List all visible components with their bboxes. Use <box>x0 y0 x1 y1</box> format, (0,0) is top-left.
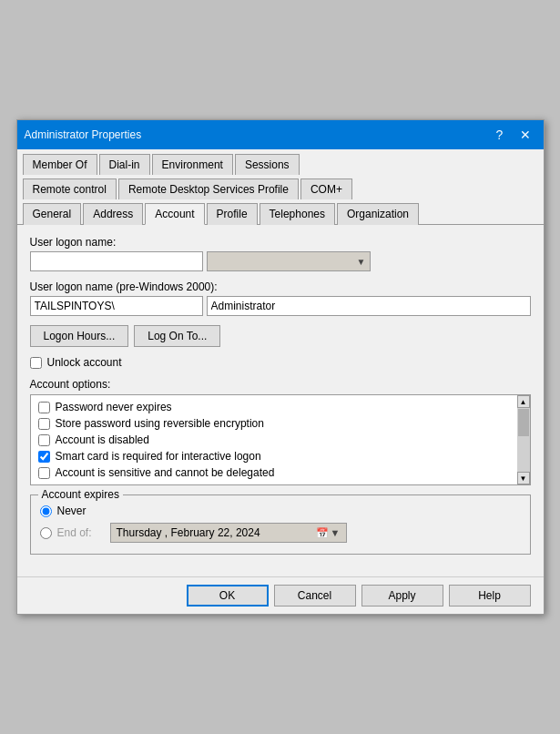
apply-button[interactable]: Apply <box>361 585 443 607</box>
tab-profile[interactable]: Profile <box>207 203 258 225</box>
logon-hours-button[interactable]: Logon Hours... <box>30 325 129 347</box>
option-row: Password never expires <box>35 399 512 415</box>
ok-button[interactable]: OK <box>187 585 269 607</box>
never-radio-row: Never <box>40 505 521 517</box>
tab-telephones[interactable]: Telephones <box>260 203 335 225</box>
tab-sessions[interactable]: Sessions <box>235 154 300 175</box>
account-tab-content: User logon name: ▼ User logon name (pre-… <box>17 225 544 576</box>
account-expires-group: Account expires Never End of: Thursday ,… <box>30 494 531 555</box>
opt-sensitive-label: Account is sensitive and cannot be deleg… <box>56 466 275 479</box>
title-bar-controls: ? ✕ <box>489 126 536 144</box>
opt-password-never-expires[interactable] <box>38 402 50 413</box>
tab-address[interactable]: Address <box>83 203 143 225</box>
pre-windows-input-row <box>30 296 531 316</box>
tab-remote-control[interactable]: Remote control <box>23 178 117 199</box>
pre-windows-group: User logon name (pre-Windows 2000): <box>30 280 531 316</box>
tab-rdsp[interactable]: Remote Desktop Services Profile <box>118 178 299 199</box>
tab-general[interactable]: General <box>23 203 82 225</box>
tab-row-2: Remote control Remote Desktop Services P… <box>17 174 544 199</box>
option-row: Account is sensitive and cannot be deleg… <box>35 464 512 481</box>
opt-smart-card-label: Smart card is required for interactive l… <box>56 450 261 463</box>
tab-member-of[interactable]: Member Of <box>23 154 97 175</box>
scroll-up-btn[interactable]: ▲ <box>517 395 530 408</box>
tab-row-3: General Address Account Profile Telephon… <box>17 199 544 225</box>
date-value: Thursday , February 22, 2024 <box>117 526 260 539</box>
tab-com-plus[interactable]: COM+ <box>300 178 352 199</box>
close-title-button[interactable]: ✕ <box>514 126 536 144</box>
tab-account[interactable]: Account <box>145 203 204 225</box>
dialog-title: Administrator Properties <box>25 128 142 141</box>
options-list: Password never expires Store password us… <box>31 395 530 484</box>
account-options-box: Password never expires Store password us… <box>30 394 531 485</box>
unlock-account-label: Unlock account <box>47 356 122 369</box>
scroll-track <box>517 408 530 472</box>
logon-name-domain-dropdown[interactable]: ▼ <box>207 251 371 271</box>
end-of-label: End of: <box>57 526 105 539</box>
unlock-account-checkbox[interactable] <box>30 357 42 369</box>
pre-windows-domain-input[interactable] <box>30 296 203 316</box>
tab-organization[interactable]: Organization <box>337 203 419 225</box>
tab-dial-in[interactable]: Dial-in <box>99 154 150 175</box>
logon-name-input[interactable] <box>30 251 203 271</box>
cancel-button[interactable]: Cancel <box>274 585 356 607</box>
date-picker[interactable]: Thursday , February 22, 2024 📅 ▼ <box>110 523 347 543</box>
tab-environment[interactable]: Environment <box>152 154 233 175</box>
bottom-bar: OK Cancel Apply Help <box>17 576 544 614</box>
opt-password-never-expires-label: Password never expires <box>56 401 172 413</box>
pre-windows-user-input[interactable] <box>207 296 531 316</box>
account-options-label: Account options: <box>30 378 531 391</box>
opt-reversible-encryption[interactable] <box>38 418 50 430</box>
option-row: Store password using reversible encrypti… <box>35 415 512 432</box>
dialog: Administrator Properties ? ✕ Member Of D… <box>16 119 545 615</box>
option-row: Smart card is required for interactive l… <box>35 448 512 464</box>
tab-row-1: Member Of Dial-in Environment Sessions <box>17 149 544 174</box>
calendar-icon[interactable]: 📅 <box>316 527 329 539</box>
opt-reversible-encryption-label: Store password using reversible encrypti… <box>56 417 264 430</box>
opt-sensitive[interactable] <box>38 467 50 479</box>
logon-name-group: User logon name: ▼ <box>30 236 531 271</box>
unlock-account-row: Unlock account <box>30 356 531 369</box>
help-button[interactable]: Help <box>449 585 531 607</box>
opt-smart-card[interactable] <box>38 451 50 463</box>
opt-account-disabled[interactable] <box>38 434 50 446</box>
logon-name-input-row: ▼ <box>30 251 531 271</box>
log-on-to-button[interactable]: Log On To... <box>134 325 220 347</box>
help-title-button[interactable]: ? <box>489 126 511 144</box>
scroll-down-btn[interactable]: ▼ <box>517 472 530 484</box>
logon-name-label: User logon name: <box>30 236 531 249</box>
opt-account-disabled-label: Account is disabled <box>56 433 149 446</box>
option-row: Account is disabled <box>35 432 512 448</box>
date-dropdown-icon[interactable]: ▼ <box>331 527 341 538</box>
date-picker-controls: 📅 ▼ <box>316 527 341 539</box>
end-of-radio-row: End of: Thursday , February 22, 2024 📅 ▼ <box>40 523 521 543</box>
logon-buttons-row: Logon Hours... Log On To... <box>30 325 531 347</box>
options-scrollbar[interactable]: ▲ ▼ <box>517 395 530 484</box>
title-bar: Administrator Properties ? ✕ <box>17 120 544 149</box>
never-radio[interactable] <box>40 505 52 517</box>
expires-legend: Account expires <box>38 488 123 501</box>
chevron-down-icon: ▼ <box>357 257 366 267</box>
scroll-thumb <box>518 409 529 436</box>
never-label: Never <box>57 505 87 517</box>
end-of-radio[interactable] <box>40 527 52 539</box>
pre-windows-label: User logon name (pre-Windows 2000): <box>30 280 531 293</box>
